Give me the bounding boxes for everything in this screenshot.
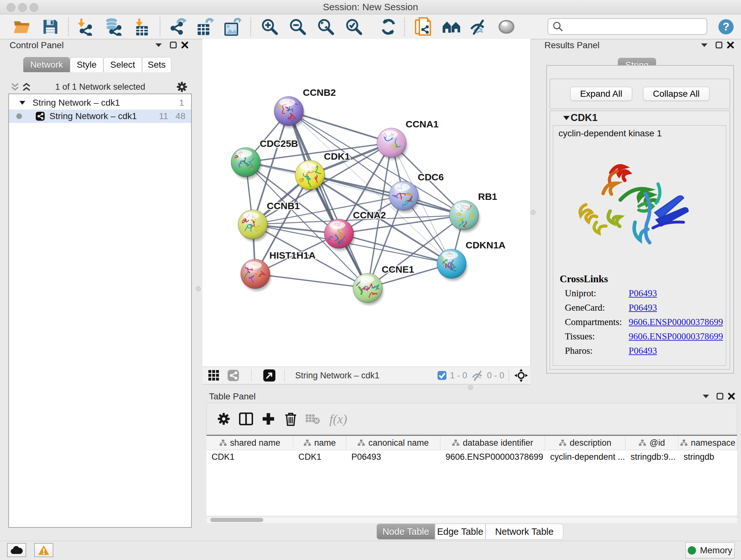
table-cell[interactable]: P06493 — [346, 450, 441, 463]
right-splitter-handle[interactable] — [531, 210, 536, 215]
column-header-shared-name[interactable]: shared name — [206, 436, 293, 450]
show-all-button[interactable] — [496, 17, 517, 37]
network-options-gear-icon[interactable] — [176, 81, 188, 92]
crosslink-label: Tissues: — [565, 331, 629, 341]
import-network-from-database-button[interactable] — [103, 17, 124, 37]
toolbar-separator — [159, 17, 160, 36]
results-buttons-row: Expand All Collapse All — [549, 78, 730, 109]
table-cell[interactable]: CDK1 — [293, 450, 346, 463]
collapse-all-button[interactable]: Collapse All — [643, 87, 710, 101]
control-panel-menu-button[interactable] — [153, 40, 164, 51]
delete-column-button[interactable] — [283, 411, 299, 427]
crosslink-link[interactable]: 9606.ENSP00000378699 — [629, 331, 723, 341]
grid-view-icon[interactable] — [208, 370, 219, 381]
tab-edge-table[interactable]: Edge Table — [435, 523, 485, 540]
fit-selected-crosshair-icon[interactable] — [514, 368, 528, 382]
table-panel-float-button[interactable] — [715, 391, 725, 401]
toolbar-separator — [250, 17, 251, 36]
table-horizontal-scrollbar[interactable] — [206, 517, 737, 523]
bottom-splitter-handle[interactable] — [468, 385, 473, 390]
network-view-canvas[interactable]: CCNB2CCNA1CDC25BCDK1CDC6RB1CCNB1CCNA2CDK… — [202, 39, 531, 367]
expand-all-button[interactable]: Expand All — [570, 87, 632, 101]
zoom-in-button[interactable] — [259, 17, 280, 37]
results-panel-close-button[interactable] — [725, 40, 736, 51]
add-column-button[interactable] — [260, 411, 276, 427]
column-header-description[interactable]: description — [545, 436, 625, 450]
help-button[interactable]: ? — [717, 17, 735, 37]
node-entry-header[interactable]: CDK1 — [550, 111, 730, 125]
column-header-canonical-name[interactable]: canonical name — [346, 436, 441, 450]
table-panel-menu-button[interactable] — [700, 391, 711, 401]
control-panel-close-button[interactable] — [179, 40, 190, 51]
houses-icon — [442, 18, 461, 35]
table-cell[interactable]: CDK1 — [206, 450, 293, 463]
tab-network[interactable]: Network — [23, 57, 70, 72]
crosslink-link[interactable]: P06493 — [629, 302, 657, 313]
tab-node-table[interactable]: Node Table — [377, 523, 435, 540]
zoom-fit-button[interactable] — [315, 17, 336, 37]
table-cell[interactable]: 9606.ENSP00000378699 — [441, 450, 545, 463]
table-settings-button[interactable] — [216, 411, 232, 427]
string-results-container: Expand All Collapse All CDK1 cyclin-depe… — [546, 65, 734, 374]
table-row[interactable]: CDK1CDK1P064939606.ENSP00000378699cyclin… — [206, 450, 737, 463]
table-panel-close-button[interactable] — [726, 391, 737, 401]
column-header-name[interactable]: name — [293, 436, 346, 450]
hide-selection-button[interactable] — [468, 17, 489, 37]
close-icon — [727, 42, 734, 49]
expand-all-icon[interactable] — [22, 83, 31, 91]
save-session-button[interactable] — [40, 17, 61, 37]
left-splitter-handle[interactable] — [196, 287, 201, 291]
column-header-namespace[interactable]: namespace — [678, 436, 737, 450]
open-session-button[interactable] — [11, 17, 32, 37]
network-view-title: String Network – cdk1 — [295, 367, 380, 384]
help-icon: ? — [718, 18, 734, 35]
search-input[interactable] — [565, 20, 706, 33]
tab-sets[interactable]: Sets — [142, 57, 172, 72]
crosslink-link[interactable]: P06493 — [629, 346, 657, 356]
zoom-selected-button[interactable] — [343, 17, 364, 37]
export-table-icon — [196, 18, 214, 36]
warnings-button[interactable] — [34, 543, 53, 557]
cloud-status-button[interactable] — [7, 543, 26, 557]
column-header-database-identifier[interactable]: database identifier — [441, 436, 545, 450]
scrollbar-thumb[interactable] — [210, 518, 263, 522]
zoom-out-button[interactable] — [287, 17, 308, 37]
network-collection-row[interactable]: String Network – cdk1 1 — [9, 96, 191, 110]
table-cell[interactable]: cyclin-dependent ... — [545, 450, 625, 463]
export-image-button[interactable] — [222, 17, 243, 37]
collapse-entry-icon[interactable] — [563, 116, 570, 120]
apply-layout-button[interactable] — [378, 17, 399, 37]
hide-eye-icon — [469, 18, 488, 35]
crosslink-link[interactable]: P06493 — [629, 288, 657, 298]
memory-button[interactable]: Memory — [685, 543, 735, 558]
crosslinks-title: CrossLinks — [560, 273, 608, 285]
show-columns-button[interactable] — [238, 411, 254, 427]
tree-expander-icon[interactable] — [19, 101, 25, 105]
search-field — [548, 18, 707, 35]
export-network-button[interactable] — [167, 17, 188, 37]
results-panel: Results Panel String Expand All Collapse… — [536, 39, 741, 384]
table-cell[interactable]: stringdb — [678, 450, 737, 463]
column-header--id[interactable]: @id — [625, 436, 678, 450]
tab-select[interactable]: Select — [104, 57, 142, 72]
first-neighbors-button[interactable] — [441, 17, 462, 37]
results-panel-float-button[interactable] — [714, 40, 724, 51]
network-style-icon[interactable] — [227, 369, 239, 381]
node-table[interactable]: shared namenamecanonical namedatabase id… — [206, 435, 737, 516]
import-network-from-file-button[interactable] — [76, 17, 97, 37]
results-panel-menu-button[interactable] — [699, 40, 710, 51]
birds-eye-view-icon[interactable] — [263, 369, 276, 382]
import-table-from-file-button[interactable] — [131, 17, 152, 37]
export-table-button[interactable] — [195, 17, 216, 37]
tab-network-table[interactable]: Network Table — [485, 523, 563, 540]
control-panel-float-button[interactable] — [168, 40, 179, 51]
crosslink-link[interactable]: 9606.ENSP00000378699 — [629, 317, 723, 327]
collapse-all-icon[interactable] — [10, 83, 20, 91]
new-network-from-selection-button[interactable] — [413, 17, 434, 37]
network-row-selected[interactable]: String Network – cdk1 11 48 — [9, 110, 191, 123]
selected-checkbox-icon[interactable] — [437, 371, 447, 380]
tab-style[interactable]: Style — [70, 57, 104, 72]
table-cell[interactable]: stringdb:9... — [625, 450, 678, 463]
network-graph[interactable]: CCNB2CCNA1CDC25BCDK1CDC6RB1CCNB1CCNA2CDK… — [202, 39, 530, 367]
caret-down-icon — [701, 43, 708, 47]
